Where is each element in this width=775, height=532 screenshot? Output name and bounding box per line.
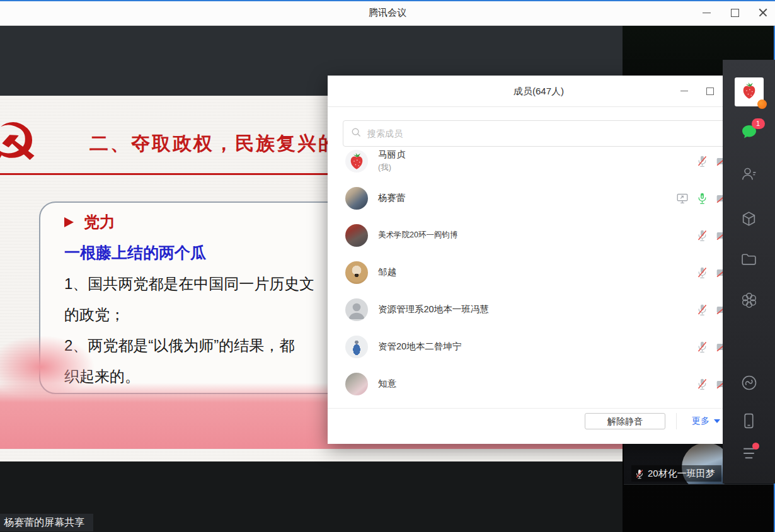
member-avatar <box>345 150 368 173</box>
sidebar-item-chat-files[interactable] <box>740 251 757 268</box>
window-title: 腾讯会议 <box>0 0 775 25</box>
member-name: 美术学院20环一阎钧博 <box>378 230 457 241</box>
avatar-badge <box>757 99 767 109</box>
member-list: 马丽贞 (我) 杨赛蕾 美术学院20环一阎钧博 邹越 资源管理系20地本一班冯慧 <box>328 142 750 402</box>
member-avatar <box>345 187 368 210</box>
members-panel-footer: 解除静音 更多 <box>328 408 750 444</box>
window-border-top <box>0 0 775 1</box>
member-row[interactable]: 资源管理系20地本一班冯慧 <box>328 291 750 328</box>
mic-muted-icon <box>635 468 644 479</box>
window-maximize-button[interactable] <box>725 0 745 25</box>
mic-muted-icon[interactable] <box>697 229 708 242</box>
window-close-button[interactable] <box>753 0 773 25</box>
participant-label: 20材化一班田梦 <box>631 465 721 482</box>
mic-muted-icon[interactable] <box>697 303 708 316</box>
arrow-bullet-icon <box>64 217 74 227</box>
member-row[interactable]: 邹越 <box>328 254 750 291</box>
sidebar-item-chat[interactable]: 1 <box>740 123 759 140</box>
chevron-down-icon <box>714 419 720 423</box>
panel-minimize-button[interactable] <box>675 76 694 106</box>
more-button[interactable]: 更多 <box>676 413 720 429</box>
member-name: 资管20地本二昝坤宁 <box>378 341 461 353</box>
sidebar-item-phone[interactable] <box>740 412 757 429</box>
hammer-sickle-emblem-icon: ☭ <box>0 115 40 180</box>
chat-unread-badge: 1 <box>752 118 765 129</box>
member-avatar <box>345 224 368 247</box>
app-sidebar: 1 <box>723 60 775 484</box>
member-row[interactable]: 杨赛蕾 <box>328 179 750 217</box>
mic-muted-icon[interactable] <box>697 266 708 279</box>
unmute-button[interactable]: 解除静音 <box>585 413 665 429</box>
search-icon <box>351 127 361 140</box>
more-menu-badge-dot <box>752 443 759 450</box>
member-name: 邹越 <box>378 266 396 278</box>
member-name: 资源管理系20地本一班冯慧 <box>378 303 489 315</box>
sidebar-profile-avatar[interactable] <box>735 77 764 106</box>
window-titlebar: 腾讯会议 <box>0 0 775 26</box>
member-name: 马丽贞 <box>378 149 406 161</box>
mic-muted-icon[interactable] <box>697 377 708 390</box>
member-avatar <box>345 336 368 358</box>
member-status-icons <box>676 191 728 205</box>
member-avatar <box>345 373 368 395</box>
window-minimize-button[interactable] <box>696 0 716 25</box>
member-subtitle: (我) <box>378 162 406 173</box>
member-avatar <box>345 261 368 284</box>
mic-muted-icon[interactable] <box>697 154 708 167</box>
member-row[interactable]: 资管20地本二昝坤宁 <box>328 328 750 365</box>
members-panel-header: 成员(647人) <box>328 76 750 107</box>
sidebar-item-moments[interactable] <box>740 291 758 309</box>
panel-maximize-button[interactable] <box>701 76 720 106</box>
member-row[interactable]: 马丽贞 (我) <box>328 142 750 179</box>
member-row[interactable]: 知意 <box>328 365 750 402</box>
sidebar-item-favorites-cube[interactable] <box>740 210 757 227</box>
screen-share-banner: 杨赛蕾的屏幕共享 <box>0 514 93 531</box>
member-avatar <box>345 298 368 321</box>
sidebar-item-more-menu[interactable] <box>740 446 757 461</box>
strawberry-avatar-icon <box>739 81 759 103</box>
member-row[interactable]: 美术学院20环一阎钧博 <box>328 217 750 254</box>
search-input[interactable] <box>366 128 726 139</box>
member-name: 知意 <box>378 378 396 390</box>
member-name: 杨赛蕾 <box>378 192 406 204</box>
sidebar-item-contacts[interactable] <box>740 166 757 183</box>
members-panel: 成员(647人) 马丽贞 (我) 杨赛蕾 美术学院20环一阎钧博 <box>328 76 750 444</box>
screen-share-icon <box>676 193 689 204</box>
mic-on-icon[interactable] <box>697 191 708 205</box>
mic-muted-icon[interactable] <box>697 340 708 353</box>
sidebar-item-mini-program[interactable] <box>740 374 758 392</box>
